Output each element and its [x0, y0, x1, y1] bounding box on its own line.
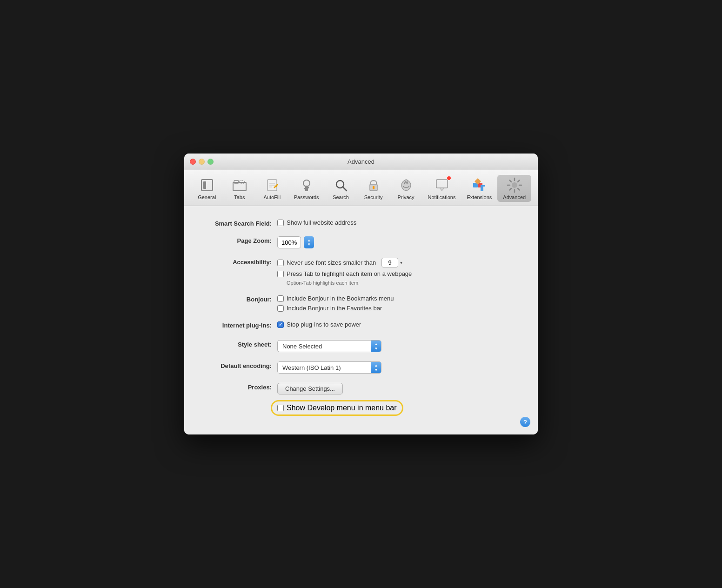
bonjour-control: Include Bonjour in the Bookmarks menu In… [277, 295, 394, 312]
change-settings-button[interactable]: Change Settings... [277, 383, 343, 394]
svg-rect-14 [304, 188, 306, 189]
tab-tabs[interactable]: Tabs [223, 175, 256, 202]
smart-search-control: Show full website address [277, 219, 356, 226]
svg-point-12 [303, 180, 310, 187]
encoding-arrow-down: ▼ [374, 368, 378, 372]
encoding-value: Western (ISO Latin 1) [278, 364, 371, 371]
tab-search[interactable]: Search [325, 175, 357, 202]
stop-plugins-checkbox[interactable] [277, 321, 284, 328]
plugins-label: Internet plug-ins: [203, 321, 277, 329]
develop-menu-checkbox-label: Show Develop menu in menu bar [287, 404, 397, 412]
never-font-row: Never use font sizes smaller than 9 ▾ [277, 258, 412, 267]
svg-rect-21 [436, 180, 448, 188]
tab-privacy[interactable]: Privacy [390, 175, 422, 202]
smart-search-checkbox[interactable] [277, 220, 284, 226]
security-label: Security [364, 194, 383, 200]
bonjour-bookmarks-label: Include Bonjour in the Bookmarks menu [287, 295, 394, 302]
privacy-label: Privacy [398, 194, 414, 200]
style-sheet-row: Style sheet: None Selected ▲ ▼ [203, 340, 519, 352]
tab-passwords[interactable]: Passwords [288, 175, 325, 202]
traffic-lights [190, 159, 214, 165]
never-font-label: Never use font sizes smaller than [287, 259, 376, 266]
autofill-label: AutoFill [263, 194, 281, 200]
general-label: General [198, 194, 216, 200]
notification-badge [447, 176, 451, 180]
tab-extensions[interactable]: Extensions [461, 175, 497, 202]
maximize-button[interactable] [207, 159, 214, 165]
security-icon [365, 177, 382, 194]
svg-line-30 [509, 180, 511, 182]
search-icon [333, 177, 349, 194]
style-sheet-spinner: ▲ ▼ [371, 341, 381, 352]
svg-rect-1 [203, 181, 206, 189]
proxies-control: Change Settings... [277, 383, 343, 394]
passwords-label: Passwords [294, 194, 319, 200]
notifications-icon [434, 177, 450, 194]
page-zoom-stepper: 100% ▲ ▼ [277, 236, 314, 248]
svg-point-25 [512, 182, 517, 188]
develop-menu-highlight: Show Develop menu in menu bar [277, 404, 397, 412]
passwords-icon [298, 177, 315, 194]
proxies-label: Proxies: [203, 383, 277, 391]
bonjour-label: Bonjour: [203, 295, 277, 303]
encoding-arrow-up: ▲ [374, 363, 378, 368]
accessibility-row: Accessibility: Never use font sizes smal… [203, 258, 519, 286]
tab-security[interactable]: Security [357, 175, 390, 202]
page-zoom-row: Page Zoom: 100% ▲ ▼ [203, 236, 519, 248]
close-button[interactable] [190, 159, 196, 165]
accessibility-control: Never use font sizes smaller than 9 ▾ Pr… [277, 258, 412, 286]
zoom-value-text: 100% [281, 239, 297, 246]
plugins-row: Internet plug-ins: Stop plug-ins to save… [203, 321, 519, 329]
svg-rect-15 [308, 187, 309, 188]
spinner-down-icon: ▼ [307, 243, 311, 247]
style-sheet-value: None Selected [278, 343, 371, 350]
smart-search-checkbox-label: Show full website address [287, 219, 356, 226]
general-icon [199, 177, 215, 194]
encoding-row: Default encoding: Western (ISO Latin 1) … [203, 361, 519, 374]
tab-notifications[interactable]: Notifications [422, 175, 461, 202]
style-sheet-arrow-down: ▼ [374, 347, 378, 351]
notifications-label: Notifications [428, 194, 456, 200]
accessibility-label: Accessibility: [203, 258, 277, 266]
press-tab-row: Press Tab to highlight each item on a we… [277, 270, 412, 277]
plugins-control: Stop plug-ins to save power [277, 321, 361, 328]
style-sheet-dropdown[interactable]: None Selected ▲ ▼ [277, 340, 381, 352]
smart-search-row: Smart Search Field: Show full website ad… [203, 219, 519, 227]
tab-autofill[interactable]: AutoFill [256, 175, 288, 202]
preferences-window: Advanced General Tabs [184, 154, 538, 434]
svg-line-17 [343, 187, 347, 191]
develop-menu-label [203, 404, 277, 405]
extensions-label: Extensions [467, 194, 492, 200]
tab-general[interactable]: General [191, 175, 223, 202]
search-label: Search [333, 194, 349, 200]
bonjour-bookmarks-checkbox[interactable] [277, 295, 284, 302]
bonjour-favorites-row: Include Bonjour in the Favorites bar [277, 305, 394, 312]
develop-menu-checkbox[interactable] [277, 405, 284, 411]
window-title: Advanced [348, 158, 374, 165]
bonjour-favorites-checkbox[interactable] [277, 305, 284, 312]
develop-menu-row: Show Develop menu in menu bar [203, 404, 519, 412]
style-sheet-control: None Selected ▲ ▼ [277, 340, 381, 352]
help-button[interactable]: ? [520, 417, 530, 427]
encoding-dropdown[interactable]: Western (ISO Latin 1) ▲ ▼ [277, 361, 381, 374]
accessibility-hint: Option-Tab highlights each item. [287, 280, 412, 286]
encoding-label: Default encoding: [203, 361, 277, 369]
proxies-row: Proxies: Change Settings... [203, 383, 519, 394]
titlebar: Advanced [184, 154, 538, 170]
page-zoom-control: 100% ▲ ▼ [277, 236, 314, 248]
tabs-icon [231, 177, 248, 194]
style-sheet-label: Style sheet: [203, 340, 277, 348]
tab-advanced[interactable]: Advanced [497, 175, 531, 202]
minimize-button[interactable] [199, 159, 205, 165]
press-tab-label: Press Tab to highlight each item on a we… [287, 270, 412, 277]
stop-plugins-row: Stop plug-ins to save power [277, 321, 361, 328]
press-tab-checkbox[interactable] [277, 271, 284, 277]
svg-line-31 [518, 188, 520, 190]
font-size-value: 9 [381, 258, 398, 267]
content-area: Smart Search Field: Show full website ad… [184, 206, 538, 434]
never-font-checkbox[interactable] [277, 260, 284, 266]
advanced-icon [506, 177, 523, 194]
encoding-spinner: ▲ ▼ [371, 362, 381, 373]
page-zoom-value: 100% [277, 236, 301, 248]
page-zoom-spinner[interactable]: ▲ ▼ [304, 236, 314, 248]
